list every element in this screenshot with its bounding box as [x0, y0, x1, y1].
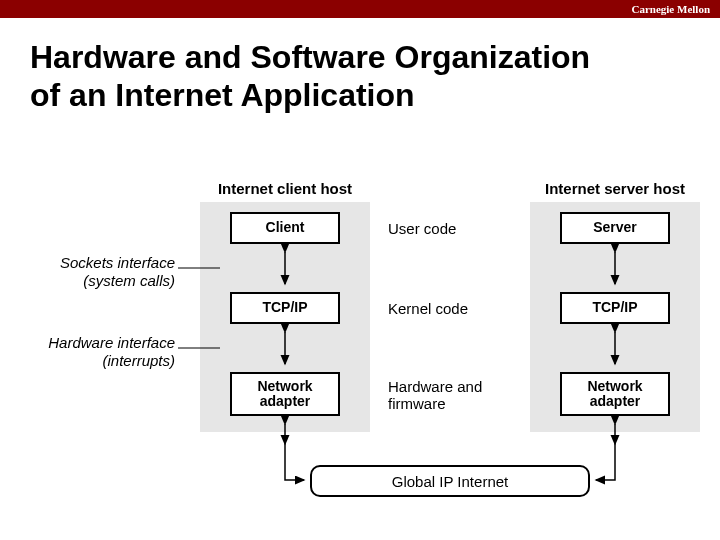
client-nic-box: Network adapter — [230, 372, 340, 416]
server-app-box: Server — [560, 212, 670, 244]
hardware-interface-label: Hardware interface (interrupts) — [20, 334, 175, 370]
server-host-label: Internet server host — [530, 180, 700, 197]
layer-hw: Hardware and firmware — [388, 378, 498, 412]
slide-title: Hardware and Software Organization of an… — [0, 18, 720, 115]
hw-line1: Hardware interface — [20, 334, 175, 352]
global-internet-box: Global IP Internet — [310, 465, 590, 497]
layer-user: User code — [388, 220, 456, 237]
brand-bar: Carnegie Mellon — [0, 0, 720, 18]
title-line2: of an Internet Application — [30, 76, 720, 114]
sockets-interface-label: Sockets interface (system calls) — [35, 254, 175, 290]
client-app-box: Client — [230, 212, 340, 244]
server-tcp-box: TCP/IP — [560, 292, 670, 324]
brand-text: Carnegie Mellon — [631, 3, 710, 15]
hw-line2: (interrupts) — [20, 352, 175, 370]
title-line1: Hardware and Software Organization — [30, 38, 720, 76]
client-host-label: Internet client host — [200, 180, 370, 197]
sockets-line2: (system calls) — [35, 272, 175, 290]
sockets-line1: Sockets interface — [35, 254, 175, 272]
layer-kernel: Kernel code — [388, 300, 468, 317]
client-tcp-box: TCP/IP — [230, 292, 340, 324]
server-nic-box: Network adapter — [560, 372, 670, 416]
diagram: Internet client host Internet server hos… — [0, 180, 720, 520]
